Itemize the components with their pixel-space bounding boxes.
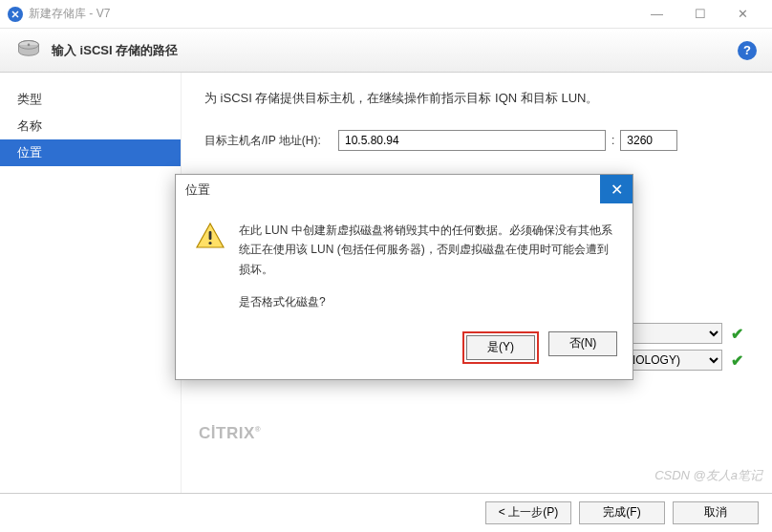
- window-titlebar: 新建存储库 - V7 — ☐ ✕: [0, 0, 772, 29]
- watermark: CSDN @友人a笔记: [654, 467, 762, 484]
- sidebar-item-name[interactable]: 名称: [0, 113, 181, 139]
- yes-button-highlight: 是(Y): [462, 331, 539, 364]
- svg-point-4: [208, 242, 211, 245]
- port-input[interactable]: [620, 130, 677, 151]
- previous-button[interactable]: < 上一步(P): [485, 501, 571, 524]
- check-ok-icon: ✔: [728, 325, 745, 342]
- svg-rect-3: [209, 231, 212, 240]
- instruction-text: 为 iSCSI 存储提供目标主机，在继续操作前指示目标 IQN 和目标 LUN。: [204, 90, 745, 107]
- sidebar-item-location[interactable]: 位置: [0, 139, 181, 166]
- finish-button[interactable]: 完成(F): [579, 501, 665, 524]
- window-title: 新建存储库 - V7: [29, 6, 635, 22]
- port-separator: :: [611, 134, 614, 147]
- yes-button[interactable]: 是(Y): [466, 335, 535, 360]
- dialog-question: 是否格式化磁盘?: [239, 292, 613, 311]
- close-button[interactable]: ✕: [721, 1, 764, 28]
- page-header: 输入 iSCSI 存储的路径 ?: [0, 29, 772, 73]
- host-label: 目标主机名/IP 地址(H):: [204, 133, 338, 149]
- app-icon: [8, 7, 23, 22]
- wizard-footer: < 上一步(P) 完成(F) 取消: [0, 493, 772, 531]
- storage-icon: [15, 37, 42, 64]
- dialog-titlebar: 位置 ✕: [176, 175, 633, 203]
- host-input[interactable]: [338, 130, 606, 151]
- dialog-close-button[interactable]: ✕: [600, 175, 633, 203]
- help-icon[interactable]: ?: [738, 41, 757, 60]
- dialog-warning-text: 在此 LUN 中创建新虚拟磁盘将销毁其中的任何数据。必须确保没有其他系统正在使用…: [239, 221, 613, 279]
- wizard-sidebar: 类型 名称 位置: [0, 73, 182, 493]
- check-ok-icon: ✔: [728, 351, 745, 369]
- confirm-dialog: 位置 ✕ 在此 LUN 中创建新虚拟磁盘将销毁其中的任何数据。必须确保没有其他系…: [175, 174, 633, 380]
- sidebar-item-type[interactable]: 类型: [0, 86, 181, 113]
- dialog-message: 在此 LUN 中创建新虚拟磁盘将销毁其中的任何数据。必须确保没有其他系统正在使用…: [239, 221, 613, 312]
- no-button[interactable]: 否(N): [548, 331, 617, 356]
- maximize-button[interactable]: ☐: [678, 1, 721, 28]
- minimize-button[interactable]: —: [635, 1, 678, 28]
- dialog-title: 位置: [176, 175, 600, 203]
- cancel-button[interactable]: 取消: [673, 501, 759, 524]
- page-title: 输入 iSCSI 存储的路径: [52, 42, 738, 59]
- warning-icon: [195, 221, 225, 251]
- svg-point-2: [28, 43, 31, 46]
- citrix-brand: CİTRIX®: [199, 424, 261, 443]
